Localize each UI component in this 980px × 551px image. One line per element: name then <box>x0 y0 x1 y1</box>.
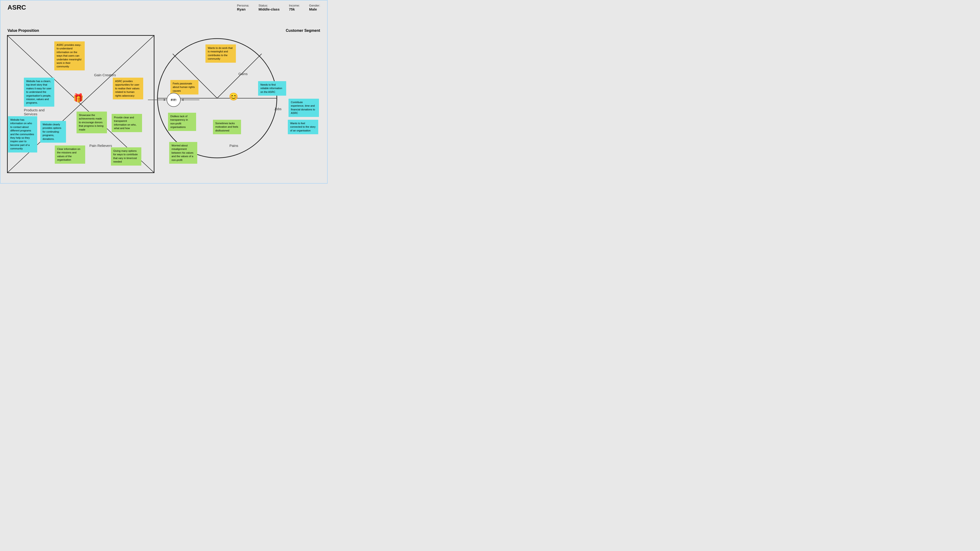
note-cs-gain1: Wants to do work that is meaningful and … <box>205 44 236 63</box>
income-value: 75k <box>289 7 300 11</box>
section-label-value-proposition: Value Proposition <box>8 29 39 33</box>
note-cs-pain2: Sometimes lacks motivation and feels dis… <box>213 120 241 134</box>
gender-value: Male <box>309 7 320 11</box>
note-vp-pain4: Giving many options for ways to contribu… <box>111 147 142 165</box>
fit-connector: FIT! <box>148 93 199 107</box>
persona-value: Ryan <box>237 7 249 11</box>
fit-arrow-left <box>181 100 199 100</box>
persona-item-persona: Persona: Ryan <box>237 4 249 11</box>
note-cs-pain1: Dislikes lack of transparency in non-pro… <box>168 113 196 131</box>
gift-icon: 🎁 <box>73 93 84 103</box>
label-gain-creators: Gain Creators <box>94 73 116 77</box>
persona-info: Persona: Ryan Status: Middle-class Incom… <box>237 4 320 11</box>
label-pain-relievers: Pain Relievers <box>89 144 112 148</box>
label-jobs: Jobs <box>274 107 282 111</box>
gender-label: Gender: <box>309 4 320 7</box>
header: ASRC Persona: Ryan Status: Middle-class … <box>0 4 327 11</box>
note-vp-pain3: Clear information on the missions and va… <box>55 146 85 164</box>
status-value: Middle-class <box>259 7 280 11</box>
status-label: Status: <box>259 4 280 7</box>
note-vp-prod2: Website has information on who to contac… <box>8 116 37 152</box>
note-cs-job1: Contribute experience, time and financia… <box>288 99 319 117</box>
persona-item-income: Income: 75k <box>289 4 300 11</box>
persona-item-status: Status: Middle-class <box>259 4 280 11</box>
note-vp-prod1: Website has a clearn, top-level story th… <box>24 78 54 106</box>
fit-circle: FIT! <box>167 93 181 107</box>
note-vp-gain2: ASRC provides opportunities for user to … <box>113 78 143 99</box>
persona-label: Persona: <box>237 4 249 7</box>
note-cs-job3: Needs to find reliable information on th… <box>258 81 286 96</box>
note-vp-pain1: Showcase the achievements made to encour… <box>76 111 107 133</box>
note-vp-gain1: ASRC provides easy-to-understand informa… <box>54 41 85 70</box>
income-label: Income: <box>289 4 300 7</box>
smiley-icon: 😊 <box>229 92 238 101</box>
section-label-customer-segment: Customer Segment <box>286 29 320 33</box>
label-pains: Pains <box>229 144 238 148</box>
note-cs-pain3: Worried about misalignment between his v… <box>169 142 197 164</box>
note-cs-job2: Wants to feel connected to the story of … <box>288 120 318 134</box>
persona-item-gender: Gender: Male <box>309 4 320 11</box>
note-cs-gain2: Feels passionate about human rights caus… <box>170 80 199 94</box>
label-products-services: Products and Services <box>24 108 45 116</box>
note-vp-prod3: Website clearly provides options for con… <box>40 121 66 143</box>
logo: ASRC <box>8 4 26 11</box>
fit-arrow-right <box>148 100 167 100</box>
label-gains: Gains <box>239 72 248 76</box>
note-vp-pain2: Provide clear and transparent informatio… <box>111 114 142 132</box>
